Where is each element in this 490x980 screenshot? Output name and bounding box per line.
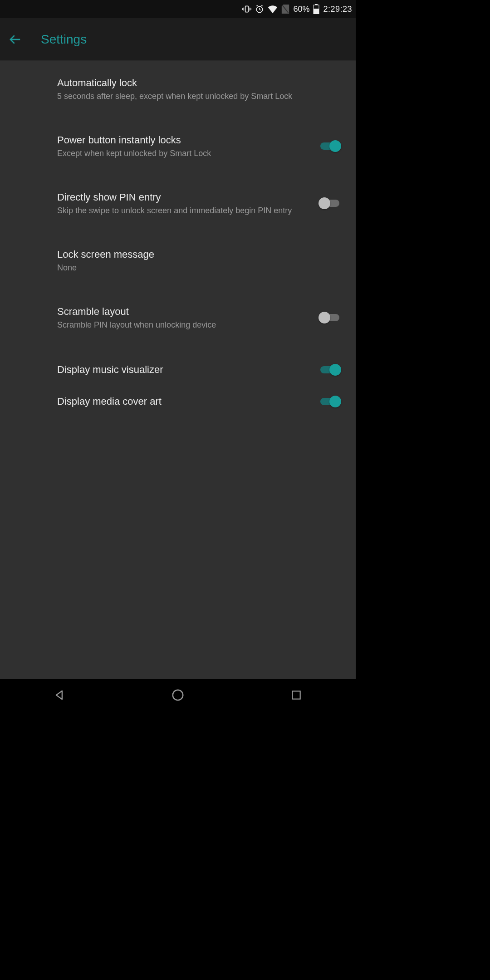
svg-line-9	[262, 5, 263, 6]
no-sim-icon	[281, 5, 289, 14]
navigation-bar	[0, 679, 356, 711]
status-bar: 60% 2:29:23	[0, 0, 356, 18]
setting-subtitle: 5 seconds after sleep, except when kept …	[57, 91, 332, 102]
battery-icon	[313, 4, 319, 14]
setting-title: Directly show PIN entry	[57, 191, 309, 204]
vibrate-icon	[242, 5, 251, 14]
toggle-scramble-layout[interactable]	[318, 311, 341, 324]
toggle-direct-pin-entry[interactable]	[318, 196, 341, 210]
page-title: Settings	[41, 32, 87, 47]
setting-title: Lock screen message	[57, 248, 332, 261]
nav-back-button[interactable]	[32, 684, 87, 706]
battery-percent: 60%	[293, 5, 309, 14]
triangle-back-icon	[53, 689, 66, 701]
setting-subtitle: Skip the swipe to unlock screen and imme…	[57, 205, 309, 216]
clock-text: 2:29:23	[323, 5, 352, 14]
setting-subtitle: Except when kept unlocked by Smart Lock	[57, 148, 309, 159]
setting-automatically-lock[interactable]: Automatically lock 5 seconds after sleep…	[0, 68, 356, 110]
square-recent-icon	[290, 689, 302, 701]
setting-scramble-layout[interactable]: Scramble layout Scramble PIN layout when…	[0, 297, 356, 338]
nav-home-button[interactable]	[151, 684, 205, 706]
back-button[interactable]	[8, 26, 41, 53]
setting-title: Display music visualizer	[57, 363, 309, 377]
svg-line-7	[260, 10, 261, 10]
setting-music-visualizer[interactable]: Display music visualizer	[0, 354, 356, 386]
svg-line-8	[257, 5, 258, 6]
screen: 60% 2:29:23 Settings Automatically lock …	[0, 0, 356, 711]
setting-direct-pin-entry[interactable]: Directly show PIN entry Skip the swipe t…	[0, 182, 356, 224]
arrow-left-icon	[8, 33, 22, 46]
setting-lock-screen-message[interactable]: Lock screen message None	[0, 240, 356, 281]
svg-point-15	[173, 690, 183, 701]
toggle-power-button-locks[interactable]	[318, 139, 341, 153]
setting-power-button-locks[interactable]: Power button instantly locks Except when…	[0, 125, 356, 167]
alarm-icon	[255, 5, 264, 14]
circle-home-icon	[171, 688, 185, 702]
wifi-icon	[268, 5, 278, 14]
setting-title: Automatically lock	[57, 76, 332, 90]
nav-recent-button[interactable]	[269, 684, 323, 706]
app-bar: Settings	[0, 18, 356, 61]
setting-subtitle: None	[57, 262, 332, 273]
setting-subtitle: Scramble PIN layout when unlocking devic…	[57, 319, 309, 330]
setting-title: Scramble layout	[57, 305, 309, 318]
svg-rect-0	[245, 6, 249, 12]
setting-title: Display media cover art	[57, 395, 309, 408]
toggle-media-cover-art[interactable]	[318, 395, 341, 408]
settings-list[interactable]: Automatically lock 5 seconds after sleep…	[0, 61, 356, 679]
toggle-music-visualizer[interactable]	[318, 363, 341, 377]
setting-media-cover-art[interactable]: Display media cover art	[0, 386, 356, 417]
svg-rect-16	[293, 691, 300, 699]
setting-title: Power button instantly locks	[57, 133, 309, 147]
svg-rect-13	[314, 9, 319, 14]
